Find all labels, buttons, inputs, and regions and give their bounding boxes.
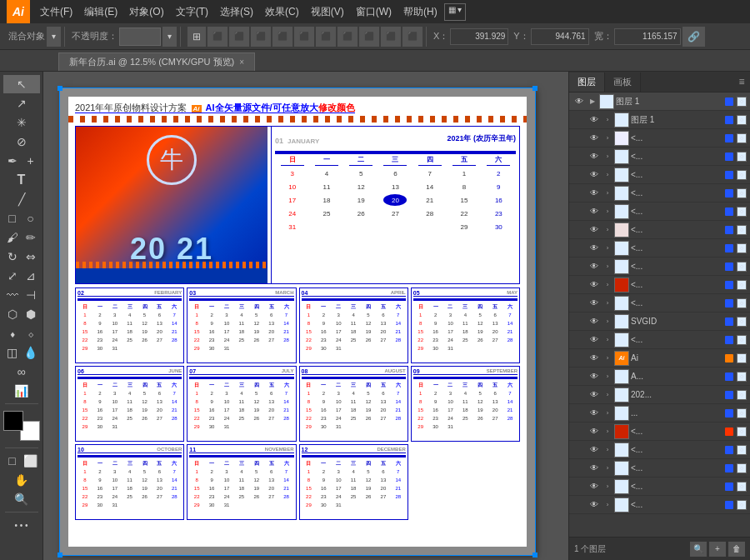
sub-layer-eye-4[interactable]: 👁	[588, 187, 601, 200]
distrib-h[interactable]: ⬛	[338, 27, 358, 47]
pencil-tool[interactable]: ✏	[22, 228, 39, 247]
zoom-tool[interactable]: 🔍	[3, 490, 40, 508]
layer-item-9[interactable]: 👁 › <... ○	[569, 276, 750, 294]
sub-layer-lock-16[interactable]	[712, 408, 723, 419]
panel-options-button[interactable]: ≡	[733, 72, 750, 92]
artboards-tab[interactable]: 画板	[605, 72, 641, 92]
sub-layer-lock-20[interactable]	[712, 481, 723, 492]
menu-file[interactable]: 文件(F)	[35, 3, 78, 21]
transform-btn-1[interactable]: ⊞	[188, 27, 206, 47]
distrib-2[interactable]: ⬛	[381, 27, 401, 47]
layer-item-11[interactable]: 👁 › SVGID ○	[569, 312, 750, 331]
sub-layer-target-16[interactable]: ○	[737, 408, 747, 418]
sub-layer-expand-15[interactable]: ›	[602, 390, 612, 400]
layer-target[interactable]: ○	[737, 97, 747, 107]
menu-edit[interactable]: 编辑(E)	[79, 3, 122, 21]
opacity-input[interactable]	[119, 28, 161, 46]
mesh-tool[interactable]: ⬦	[22, 324, 39, 342]
sub-layer-eye-18[interactable]: 👁	[588, 443, 601, 457]
align-left[interactable]: ⬛	[208, 27, 228, 47]
chart-tool[interactable]: 📊	[3, 382, 40, 400]
align-right[interactable]: ⬛	[251, 27, 271, 47]
document-tab[interactable]: 新年台历.ai @ 12.5% (CMYK/GPU 预览) ×	[58, 52, 255, 71]
sub-layer-eye-12[interactable]: 👁	[588, 333, 601, 347]
layer-visibility-toggle[interactable]: 👁	[572, 95, 586, 108]
sub-layer-expand-20[interactable]: ›	[602, 482, 612, 492]
shape-builder-tool[interactable]: ⬢	[22, 305, 39, 323]
sub-layer-eye-8[interactable]: 👁	[588, 260, 601, 273]
sub-layer-target-11[interactable]: ○	[737, 317, 747, 327]
sub-layer-expand-11[interactable]: ›	[602, 317, 612, 327]
sub-layer-eye-21[interactable]: 👁	[588, 498, 601, 512]
layer-item-5[interactable]: 👁 › <... ○	[569, 202, 750, 221]
sub-layer-lock-8[interactable]	[712, 261, 723, 272]
sub-layer-eye-9[interactable]: 👁	[588, 278, 601, 292]
menu-window[interactable]: 窗口(W)	[351, 3, 397, 21]
sub-layer-expand-4[interactable]: ›	[602, 188, 612, 198]
blend-tool[interactable]: ∞	[3, 362, 40, 381]
sub-layer-target-17[interactable]: ○	[737, 427, 747, 437]
menu-object[interactable]: 对象(O)	[124, 3, 168, 21]
layer-lock-icon[interactable]	[712, 96, 723, 108]
sub-layer-lock-3[interactable]	[712, 169, 723, 181]
sub-layer-target-0[interactable]: ○	[737, 115, 747, 125]
sub-layer-expand-3[interactable]: ›	[602, 170, 612, 180]
tab-close-button[interactable]: ×	[239, 58, 244, 67]
blend-mode-select[interactable]: ▾	[47, 27, 61, 47]
sub-layer-eye-13[interactable]: 👁	[588, 352, 601, 365]
menu-view[interactable]: 视图(V)	[306, 3, 349, 21]
layer-item-2[interactable]: 👁 › <... ○	[569, 148, 750, 166]
layer-item-0[interactable]: 👁 › 图层 1 ○	[569, 111, 750, 129]
sub-layer-lock-14[interactable]	[712, 371, 723, 382]
align-bottom[interactable]: ⬛	[316, 27, 336, 47]
sub-layer-target-15[interactable]: ○	[737, 390, 747, 400]
free-transform-tool[interactable]: ⬡	[3, 305, 21, 323]
menu-extra[interactable]: ▦ ▾	[444, 3, 467, 21]
align-middle[interactable]: ⬛	[294, 27, 314, 47]
w-field[interactable]	[614, 28, 681, 45]
sub-layer-expand-16[interactable]: ›	[602, 408, 612, 418]
sub-layer-target-20[interactable]: ○	[737, 482, 747, 492]
rectangle-tool[interactable]: □	[3, 209, 21, 228]
sub-layer-eye-1[interactable]: 👁	[588, 132, 601, 145]
direct-select-tool[interactable]: ↗	[3, 94, 40, 112]
sub-layer-target-8[interactable]: ○	[737, 262, 747, 272]
more-tools[interactable]: • • •	[3, 516, 40, 534]
sub-layer-lock-0[interactable]	[712, 114, 723, 126]
gradient-tool[interactable]: ◫	[3, 343, 21, 362]
sub-layer-expand-13[interactable]: ›	[602, 353, 612, 363]
menu-text[interactable]: 文字(T)	[171, 3, 213, 21]
sub-layer-eye-5[interactable]: 👁	[588, 205, 601, 218]
eyedropper-tool[interactable]: 💧	[22, 343, 39, 362]
width-tool[interactable]: ⊣	[22, 286, 39, 304]
layer-expand-arrow[interactable]: ▶	[588, 97, 598, 107]
layer-item-4[interactable]: 👁 › <... ○	[569, 184, 750, 202]
sub-layer-expand-12[interactable]: ›	[602, 335, 612, 345]
menu-effect[interactable]: 效果(C)	[260, 3, 304, 21]
sub-layer-lock-17[interactable]	[712, 426, 723, 438]
add-anchor-tool[interactable]: +	[22, 152, 39, 170]
align-center[interactable]: ⬛	[229, 27, 249, 47]
sub-layer-eye-0[interactable]: 👁	[588, 113, 601, 127]
sub-layer-eye-16[interactable]: 👁	[588, 407, 601, 420]
layer-item-14[interactable]: 👁 › A... ○	[569, 368, 750, 386]
sub-layer-target-19[interactable]: ○	[737, 463, 747, 473]
sub-layer-lock-21[interactable]	[712, 499, 723, 511]
foreground-color[interactable]	[3, 411, 23, 431]
layer-item-20[interactable]: 👁 › <... ○	[569, 478, 750, 496]
rotate-tool[interactable]: ↻	[3, 248, 21, 266]
layer-item-15[interactable]: 👁 › 202... ○	[569, 386, 750, 404]
sub-layer-eye-19[interactable]: 👁	[588, 462, 601, 475]
magic-wand-tool[interactable]: ✳	[3, 113, 40, 132]
sub-layer-expand-6[interactable]: ›	[602, 225, 612, 235]
sub-layer-expand-2[interactable]: ›	[602, 152, 612, 162]
screen-mode-normal[interactable]: □	[3, 452, 21, 470]
align-top[interactable]: ⬛	[272, 27, 292, 47]
layer-item-7[interactable]: 👁 › <... ○	[569, 239, 750, 258]
sub-layer-eye-10[interactable]: 👁	[588, 297, 601, 310]
sub-layer-eye-14[interactable]: 👁	[588, 370, 601, 383]
sub-layer-target-21[interactable]: ○	[737, 500, 747, 510]
perspective-tool[interactable]: ⬧	[3, 324, 21, 342]
line-tool[interactable]: ╱	[3, 190, 40, 208]
sub-layer-lock-6[interactable]	[712, 224, 723, 236]
